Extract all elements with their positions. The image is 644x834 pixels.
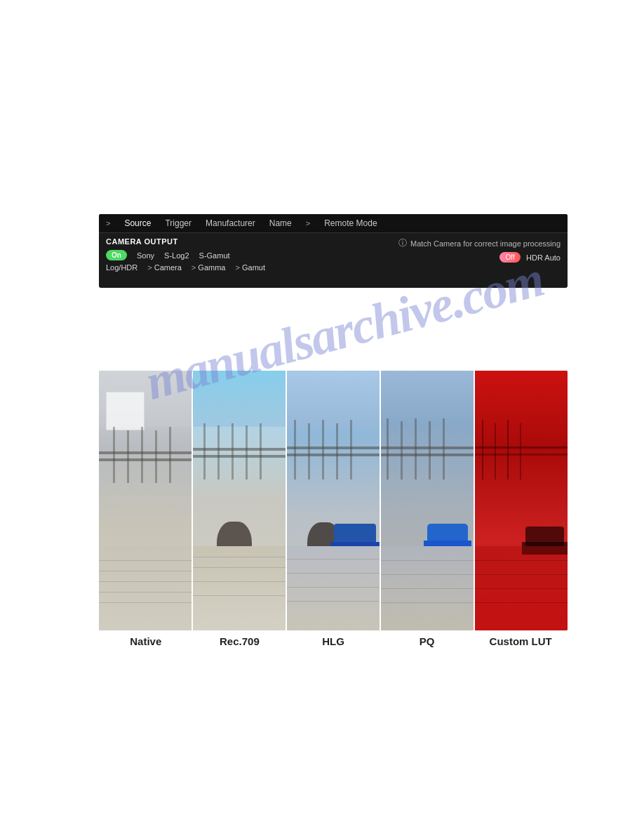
panel-nav: > Source Trigger Manufacturer Name > Rem…	[99, 214, 568, 233]
remote-arrow: >	[306, 219, 310, 227]
info-icon: ⓘ	[398, 237, 407, 249]
info-text: Match Camera for correct image processin…	[410, 239, 561, 248]
pier-v2	[217, 425, 220, 479]
panel-body: CAMERA OUTPUT On Sony S-Log2 S-Gamut Log…	[99, 233, 568, 279]
pier-v3	[232, 423, 234, 479]
log-hdr-label: Log/HDR	[106, 263, 137, 272]
pier-h2	[193, 455, 286, 458]
labels-row: Native Rec.709 HLG PQ Custom LUT	[99, 635, 568, 647]
hlg-sky	[287, 371, 380, 427]
track3	[99, 581, 192, 582]
hdr-auto-label: HDR Auto	[526, 253, 561, 262]
label-rec709: Rec.709	[193, 635, 287, 647]
white-square	[106, 392, 145, 430]
custom-lut-section	[475, 371, 568, 630]
track5	[99, 602, 192, 603]
pier-v3	[141, 427, 143, 483]
native-sand	[99, 546, 192, 630]
pier-v5	[169, 427, 171, 483]
label-pq: PQ	[380, 635, 474, 647]
nav-trigger[interactable]: Trigger	[165, 218, 192, 228]
hlg-section	[287, 371, 380, 630]
hlg-sand	[287, 546, 380, 630]
camera-row-1: On Sony S-Log2 S-Gamut	[106, 250, 265, 260]
custom-sand	[475, 546, 568, 630]
track2	[99, 571, 192, 571]
rec709-sky	[193, 371, 286, 427]
toggle-on[interactable]: On	[106, 250, 127, 260]
pier-v5	[260, 423, 262, 479]
pier-h1	[287, 446, 380, 449]
nav-remote-mode[interactable]: Remote Mode	[324, 218, 377, 228]
camera-link[interactable]: Camera	[147, 263, 182, 272]
manufacturer-label: Sony	[137, 251, 154, 260]
rec709-section	[193, 371, 286, 630]
pq-sky	[381, 371, 474, 427]
label-native: Native	[99, 635, 193, 647]
pier-v4	[155, 430, 157, 483]
label-custom-lut: Custom LUT	[474, 635, 568, 647]
source-arrow: >	[106, 219, 110, 227]
log-type-label: S-Log2	[164, 251, 189, 260]
camera-output-panel: > Source Trigger Manufacturer Name > Rem…	[99, 214, 568, 288]
pq-section	[381, 371, 474, 630]
pier-v2	[127, 430, 129, 483]
native-section	[99, 371, 192, 630]
nav-manufacturer[interactable]: Manufacturer	[206, 218, 255, 228]
nav-source[interactable]: Source	[124, 218, 151, 228]
camera-output-title: CAMERA OUTPUT	[106, 237, 265, 246]
toggle-off[interactable]: Off	[499, 252, 521, 263]
rec709-sand	[193, 546, 286, 630]
track4	[99, 592, 192, 593]
label-hlg: HLG	[286, 635, 380, 647]
info-row: ⓘ Match Camera for correct image process…	[398, 237, 561, 249]
pier-h2	[287, 454, 380, 456]
pier-h1	[193, 448, 286, 451]
image-comparison	[99, 371, 568, 630]
camera-row-2: Log/HDR Camera Gamma Gamut	[106, 263, 265, 272]
gamma-link[interactable]: Gamma	[192, 263, 226, 272]
pq-sand	[381, 546, 474, 630]
pier-v1	[113, 427, 115, 483]
nav-name[interactable]: Name	[269, 218, 292, 228]
gamut-label: S-Gamut	[199, 251, 230, 260]
pier-v1	[203, 423, 206, 479]
pier-v4	[246, 425, 248, 479]
gamut-link[interactable]: Gamut	[235, 263, 265, 272]
track1	[99, 560, 192, 561]
